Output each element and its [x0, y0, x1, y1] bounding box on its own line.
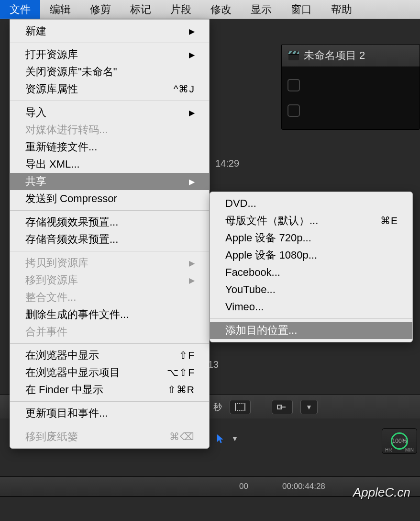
file-menu-item: 拷贝到资源库▶: [10, 254, 209, 272]
file-menu-item[interactable]: 在浏览器中显示项目⌥⇧F: [10, 364, 209, 381]
menu-item-label: 母版文件（默认）...: [225, 214, 380, 228]
file-menu-item[interactable]: 导出 XML...: [10, 156, 209, 173]
viewer-panel: 未命名项目 2: [281, 44, 420, 130]
snap-button[interactable]: [272, 400, 293, 414]
menubar-item-1[interactable]: 编辑: [40, 0, 80, 19]
menubar-item-2[interactable]: 修剪: [80, 0, 121, 19]
file-menu-item[interactable]: 存储视频效果预置...: [10, 214, 209, 231]
file-menu-item: 整合文件...: [10, 289, 209, 306]
scale-indicator[interactable]: 100% HR MIN: [382, 428, 417, 454]
menu-item-label: Facebook...: [225, 266, 398, 279]
menu-item-label: 对媒体进行转码...: [25, 123, 195, 137]
file-menu-item[interactable]: 打开资源库▶: [10, 46, 209, 63]
file-menu-item[interactable]: 共享▶: [10, 173, 209, 190]
file-menu-item: 移到资源库▶: [10, 272, 209, 289]
menubar: 文件编辑修剪标记片段修改显示窗口帮助: [0, 0, 420, 19]
track-checkbox-2[interactable]: [287, 104, 300, 117]
file-menu-item[interactable]: 重新链接文件...: [10, 138, 209, 156]
file-menu: 新建▶打开资源库▶关闭资源库"未命名"资源库属性^⌘J导入▶对媒体进行转码...…: [10, 19, 210, 449]
share-submenu-item[interactable]: YouTube...: [210, 281, 412, 298]
menu-item-label: Apple 设备 720p...: [225, 231, 398, 245]
menu-item-shortcut: ⇧F: [179, 350, 195, 361]
seconds-label: 秒: [213, 401, 222, 413]
file-menu-item: 对媒体进行转码...: [10, 121, 209, 138]
share-submenu-item[interactable]: Facebook...: [210, 264, 412, 281]
chevron-down-icon: ▼: [306, 403, 312, 411]
submenu-arrow-icon: ▶: [189, 276, 195, 285]
menubar-item-8[interactable]: 帮助: [321, 0, 362, 19]
snap-icon: [277, 403, 287, 411]
share-submenu-item[interactable]: 添加目的位置...: [210, 322, 412, 339]
menu-item-label: 移到资源库: [25, 273, 189, 287]
menu-item-shortcut: ⇧⌘R: [167, 384, 195, 396]
menu-item-label: 在浏览器中显示: [25, 348, 179, 362]
file-menu-item[interactable]: 删除生成的事件文件...: [10, 306, 209, 323]
share-submenu-item[interactable]: Vimeo...: [210, 298, 412, 316]
file-menu-separator: [10, 401, 209, 402]
submenu-arrow-icon: ▶: [189, 177, 195, 186]
share-submenu-item[interactable]: 母版文件（默认）...⌘E: [210, 212, 412, 229]
submenu-arrow-icon: ▶: [189, 27, 195, 36]
menu-item-label: 关闭资源库"未命名": [25, 65, 195, 79]
menu-item-label: 导入: [25, 105, 189, 120]
menu-item-shortcut: ⌘⌫: [169, 431, 195, 442]
snap-dropdown[interactable]: ▼: [300, 400, 318, 414]
menu-item-label: 新建: [25, 24, 189, 38]
menubar-item-7[interactable]: 窗口: [281, 0, 321, 19]
menubar-item-6[interactable]: 显示: [241, 0, 281, 19]
file-menu-item[interactable]: 资源库属性^⌘J: [10, 80, 209, 98]
menu-item-label: 删除生成的事件文件...: [25, 307, 195, 322]
share-submenu-item[interactable]: Apple 设备 1080p...: [210, 247, 412, 264]
menu-item-label: 在 Finder 中显示: [25, 383, 167, 397]
menu-item-label: Vimeo...: [225, 301, 398, 313]
file-menu-separator: [10, 210, 209, 211]
track-checkbox-1[interactable]: [287, 79, 300, 91]
file-menu-item[interactable]: 导入▶: [10, 104, 209, 121]
share-submenu-item[interactable]: Apple 设备 720p...: [210, 229, 412, 247]
file-menu-item[interactable]: 更新项目和事件...: [10, 405, 209, 422]
file-menu-separator: [10, 343, 209, 344]
menu-item-label: 更新项目和事件...: [25, 406, 195, 420]
pointer-icon: [215, 432, 226, 445]
menu-item-shortcut: ^⌘J: [174, 83, 195, 95]
file-menu-item[interactable]: 新建▶: [10, 23, 209, 40]
share-submenu: DVD...母版文件（默认）...⌘EApple 设备 720p...Apple…: [210, 192, 413, 342]
menu-item-label: 导出 XML...: [25, 157, 195, 171]
viewer-body: [282, 67, 420, 129]
file-menu-item[interactable]: 在浏览器中显示⇧F: [10, 347, 209, 364]
menu-item-label: 在浏览器中显示项目: [25, 365, 167, 380]
scale-unit: %: [402, 438, 407, 444]
menu-item-label: YouTube...: [225, 283, 398, 296]
scale-min-label: MIN: [405, 447, 414, 453]
menu-item-label: DVD...: [225, 197, 398, 210]
timeline-tc-start: 00:00:44:28: [282, 482, 325, 491]
share-submenu-item[interactable]: DVD...: [210, 195, 412, 212]
menu-item-label: 存储视频效果预置...: [25, 215, 195, 229]
file-menu-item[interactable]: 发送到 Compressor: [10, 190, 209, 207]
menu-item-label: 重新链接文件...: [25, 140, 195, 154]
file-menu-item: 移到废纸篓⌘⌫: [10, 428, 209, 445]
viewer-header[interactable]: 未命名项目 2: [282, 45, 420, 67]
filmstrip-icon: [235, 403, 245, 411]
file-menu-item[interactable]: 在 Finder 中显示⇧⌘R: [10, 381, 209, 398]
file-menu-separator: [10, 425, 209, 425]
menu-item-label: Apple 设备 1080p...: [225, 248, 398, 262]
menu-item-label: 整合文件...: [25, 290, 195, 305]
menubar-item-5[interactable]: 修改: [201, 0, 241, 19]
file-menu-item[interactable]: 关闭资源库"未命名": [10, 63, 209, 80]
timecode-1: 14:29: [215, 158, 239, 169]
clapperboard-icon: [288, 51, 299, 60]
menubar-item-4[interactable]: 片段: [161, 0, 201, 19]
filmstrip-button[interactable]: [230, 400, 251, 414]
pointer-tool[interactable]: ▼: [215, 432, 238, 445]
file-menu-item[interactable]: 存储音频效果预置...: [10, 231, 209, 248]
file-menu-item: 合并事件: [10, 323, 209, 340]
menu-item-shortcut: ⌘E: [380, 215, 398, 227]
menu-item-label: 存储音频效果预置...: [25, 232, 195, 247]
viewer-title: 未命名项目 2: [304, 48, 365, 63]
watermark: AppleC.cn: [353, 485, 410, 500]
menu-item-shortcut: ⌥⇧F: [167, 367, 195, 378]
menubar-item-0[interactable]: 文件: [0, 0, 40, 19]
menubar-item-3[interactable]: 标记: [121, 0, 161, 19]
menu-item-label: 资源库属性: [25, 82, 174, 96]
